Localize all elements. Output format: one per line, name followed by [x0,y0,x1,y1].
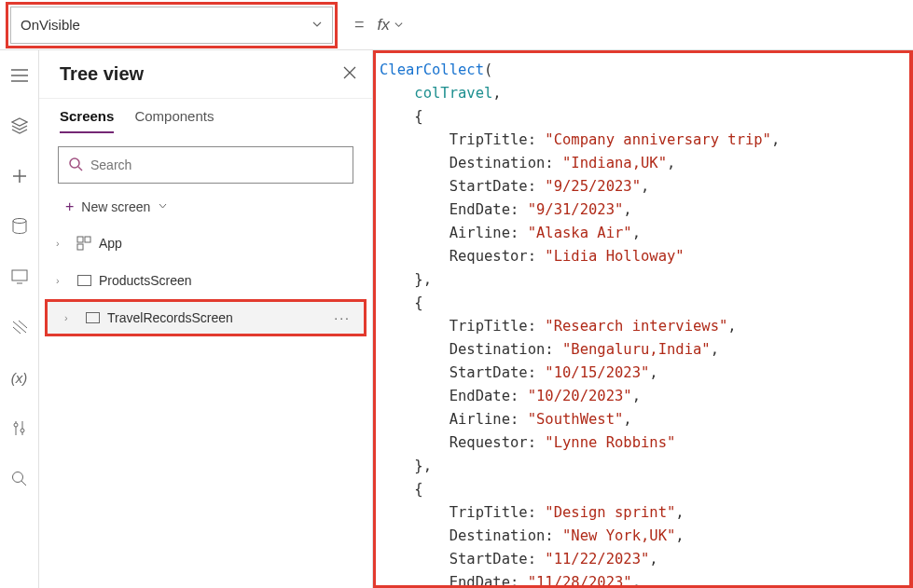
layers-icon[interactable] [9,116,30,136]
search-icon[interactable] [9,468,30,488]
menu-icon[interactable] [9,65,30,86]
tree-view-panel: Tree view Screens Components + New scree… [39,50,373,588]
tree-item-label: TravelRecordsScreen [107,310,233,325]
search-input[interactable] [90,157,343,172]
svg-point-5 [70,158,79,168]
settings-icon[interactable] [9,417,30,438]
chevron-down-icon [158,199,168,214]
close-icon[interactable] [342,65,357,83]
left-nav-rail: (x) [0,50,39,588]
tree-item-app[interactable]: › App [39,225,372,262]
svg-rect-6 [77,237,83,242]
app-icon [75,236,93,251]
property-selector[interactable]: OnVisible [10,7,333,44]
stripe-icon[interactable] [9,317,30,337]
plus-icon[interactable] [9,166,30,186]
fx-button[interactable]: fx [378,16,404,34]
database-icon[interactable] [9,216,30,237]
tab-screens[interactable]: Screens [60,108,114,133]
svg-point-0 [13,219,26,224]
screen-icon [75,275,93,286]
tree-item-label: ProductsScreen [99,273,192,288]
svg-point-4 [13,472,23,482]
new-screen-button[interactable]: + New screen [39,193,372,225]
tree-view-title: Tree view [60,63,144,85]
equals-sign: = [354,15,365,34]
svg-point-3 [21,429,24,432]
search-icon [68,157,83,174]
more-icon[interactable]: ··· [334,310,351,325]
property-selector-value: OnVisible [21,17,80,33]
tab-components[interactable]: Components [134,108,214,133]
screen-icon [83,312,102,323]
variable-icon[interactable]: (x) [9,367,30,388]
tree-item-products-screen[interactable]: › ProductsScreen [39,262,372,299]
tree-item-travel-records-screen[interactable]: › TravelRecordsScreen ··· [45,299,367,336]
chevron-down-icon [394,16,404,34]
svg-point-2 [14,423,18,427]
plus-icon: + [65,198,74,215]
property-selector-highlight: OnVisible [6,2,338,48]
fx-label: fx [378,16,390,34]
media-icon[interactable] [9,267,30,287]
formula-code: ClearCollect( colTravel, { TripTitle: "C… [380,59,900,588]
new-screen-label: New screen [81,199,150,214]
search-input-wrapper[interactable] [58,146,353,184]
chevron-down-icon [311,17,323,33]
formula-bar[interactable]: ClearCollect( colTravel, { TripTitle: "C… [373,50,913,588]
tree-item-label: App [99,236,122,251]
svg-rect-1 [12,270,27,280]
svg-rect-10 [86,313,99,323]
chevron-right-icon: › [64,312,77,323]
chevron-right-icon: › [56,275,69,286]
svg-rect-9 [77,276,90,286]
svg-rect-7 [85,237,90,242]
svg-rect-8 [77,244,83,250]
chevron-right-icon: › [56,238,69,249]
